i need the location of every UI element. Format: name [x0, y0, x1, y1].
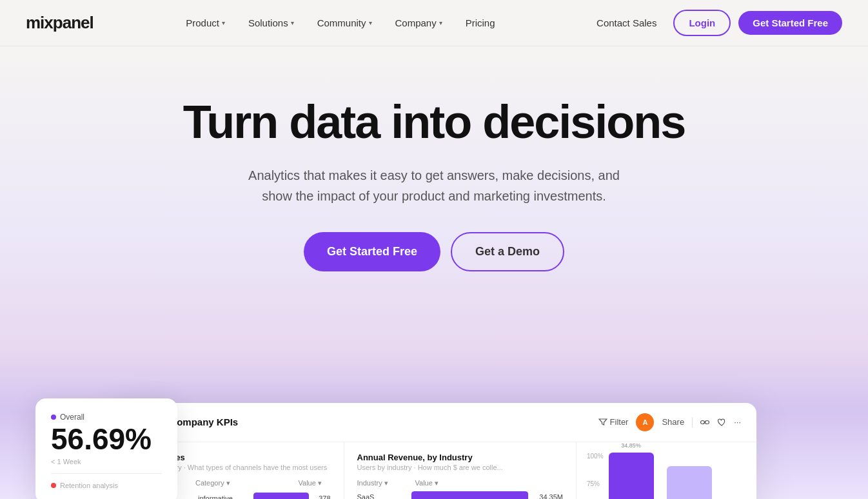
hero-subtitle: Analytics that makes it easy to get answ… [234, 165, 634, 206]
col-value: Value ▾ [299, 479, 331, 487]
link-button[interactable] [700, 418, 709, 427]
nav-links: Product ▾ Solutions ▾ Community ▾ Compan… [177, 12, 504, 34]
avatar: A [636, 413, 654, 431]
filter-button[interactable]: Filter [598, 417, 629, 427]
col-value: Value ▾ [415, 479, 564, 487]
bar-chart-row [253, 493, 309, 499]
category-label: informative [198, 494, 250, 499]
col-industry: Industry ▾ [357, 479, 415, 487]
dot-red-icon [51, 483, 56, 488]
chevron-down-icon: ▾ [439, 19, 442, 26]
table-row: SaaS 34.35M [357, 491, 564, 499]
dashboard-area: Overall 56.69% < 1 Week Retention analys… [0, 349, 868, 499]
chart-bars: 34.85% [609, 453, 712, 499]
login-button[interactable]: Login [673, 10, 731, 36]
get-started-nav-button[interactable]: Get Started Free [738, 11, 842, 35]
retention-footer: Retention analysis [51, 482, 162, 489]
logo[interactable]: mixpanel [26, 13, 94, 33]
chart-bar-col [667, 453, 712, 499]
retention-label: Overall [51, 413, 162, 422]
nav-actions: Contact Sales Login Get Started Free [587, 10, 842, 36]
industry-label: SaaS [357, 493, 409, 499]
get-demo-button[interactable]: Get a Demo [451, 232, 564, 271]
share-button[interactable]: Share [662, 417, 684, 427]
retention-period: < 1 Week [51, 458, 162, 465]
contact-sales-link[interactable]: Contact Sales [587, 12, 666, 34]
heart-icon [717, 418, 726, 427]
hero-title: Turn data into decisions [144, 98, 724, 147]
navbar: mixpanel Product ▾ Solutions ▾ Community… [0, 0, 868, 46]
dashboard-header: 🎯 Core Company KPIs Filter A Share [112, 403, 756, 442]
hero-section: Turn data into decisions Analytics that … [0, 46, 868, 349]
chevron-down-icon: ▾ [369, 19, 372, 26]
chevron-down-icon: ▾ [222, 19, 225, 26]
chevron-down-icon: ▾ [291, 19, 294, 26]
retention-card: Overall 56.69% < 1 Week Retention analys… [35, 398, 177, 499]
nav-item-community[interactable]: Community ▾ [308, 12, 381, 34]
get-started-hero-button[interactable]: Get Started Free [304, 232, 440, 271]
table-header: Industry ▾ Value ▾ [357, 479, 564, 487]
main-dashboard: 🎯 Core Company KPIs Filter A Share [112, 403, 756, 499]
dashboard-actions: Filter A Share ··· [598, 413, 741, 431]
filter-icon [598, 418, 607, 427]
retention-percentage: 56.69% [51, 424, 162, 454]
bar-purple: 34.85% [609, 453, 654, 499]
row-value: 378 [311, 494, 331, 499]
chart-bar-col: 34.85% [609, 453, 654, 499]
dot-icon [51, 415, 56, 420]
bar-chart-row [411, 491, 529, 499]
bar-lavender [667, 466, 712, 499]
link-icon [700, 418, 709, 427]
bar-chart-section: 100% 75% 50% 25% 34.85% [576, 442, 756, 499]
col-category: Category ▾ [195, 479, 299, 487]
bar-label: 34.85% [621, 442, 641, 449]
divider [692, 417, 693, 427]
annual-revenue-section: Annual Revenue, by Industry Users by ind… [344, 442, 577, 499]
row-value: 34.35M [531, 493, 563, 499]
nav-item-pricing[interactable]: Pricing [457, 12, 504, 34]
more-button[interactable]: ··· [734, 417, 741, 427]
y-axis-labels: 100% 75% 50% 25% [587, 453, 604, 499]
retention-analysis-label: Retention analysis [60, 482, 118, 489]
nav-item-product[interactable]: Product ▾ [177, 12, 234, 34]
chart-wrap: 100% 75% 50% 25% 34.85% [587, 453, 746, 499]
dashboard-body: Top Categories Users by category · What … [112, 442, 756, 499]
nav-item-solutions[interactable]: Solutions ▾ [239, 12, 303, 34]
nav-item-company[interactable]: Company ▾ [386, 12, 451, 34]
annual-revenue-subtitle: Users by industry · How much $ are we co… [357, 464, 564, 471]
annual-revenue-title: Annual Revenue, by Industry [357, 453, 564, 462]
heart-button[interactable] [717, 418, 726, 427]
hero-cta-group: Get Started Free Get a Demo [26, 232, 842, 271]
